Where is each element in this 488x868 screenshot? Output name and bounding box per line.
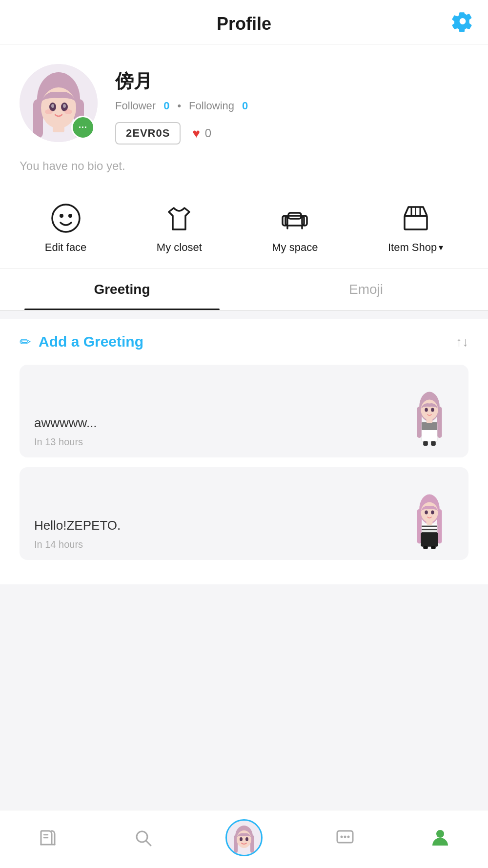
svg-rect-41 [422, 526, 437, 527]
greeting-message-1: awwwww... [34, 415, 405, 431]
svg-point-47 [425, 510, 427, 514]
svg-point-33 [425, 408, 427, 412]
follower-label: Follower [115, 100, 156, 112]
svg-point-62 [245, 837, 248, 841]
greeting-time-1: In 13 hours [34, 436, 405, 448]
greeting-card[interactable]: Hello!ZEPETO. In 14 hours [20, 467, 468, 560]
header: Profile [0, 0, 488, 44]
tab-emoji[interactable]: Emoji [244, 269, 488, 310]
greeting-content-1: awwwww... In 13 hours [34, 415, 405, 448]
tabs-section: Greeting Emoji [0, 269, 488, 311]
svg-point-60 [237, 830, 251, 848]
page-title: Profile [217, 14, 271, 34]
edit-face-action[interactable]: Edit face [45, 202, 87, 254]
svg-point-61 [240, 837, 243, 841]
search-icon [130, 825, 156, 850]
nav-chat[interactable] [332, 825, 358, 850]
badge-row: 2EVR0S ♥ 0 [115, 122, 468, 145]
svg-rect-21 [405, 216, 427, 229]
bio-section: You have no bio yet. [0, 159, 488, 187]
svg-point-8 [51, 104, 54, 108]
svg-rect-44 [421, 533, 438, 547]
add-greeting-label: Add a Greeting [39, 333, 143, 350]
sort-icon[interactable]: ↑↓ [456, 334, 468, 350]
greeting-section: ✏ Add a Greeting ↑↓ awwwww... In 13 hour… [0, 319, 488, 584]
settings-button[interactable] [452, 11, 473, 34]
follower-count[interactable]: 0 [163, 100, 169, 112]
person-icon [427, 825, 453, 850]
pencil-icon: ✏ [20, 334, 31, 350]
svg-point-67 [436, 830, 444, 838]
svg-point-34 [431, 408, 434, 412]
like-row: ♥ 0 [192, 126, 211, 141]
greeting-avatar-2 [405, 482, 454, 550]
gear-icon [452, 11, 473, 32]
svg-point-48 [431, 510, 434, 514]
add-greeting-row: ✏ Add a Greeting ↑↓ [20, 333, 468, 350]
online-dots: ··· [79, 123, 87, 133]
following-label: Following [189, 100, 234, 112]
follow-separator: • [177, 100, 181, 112]
nav-profile-center[interactable] [225, 819, 263, 856]
my-space-label: My space [272, 241, 318, 254]
svg-point-46 [421, 502, 438, 523]
book-icon [35, 825, 61, 850]
edit-face-label: Edit face [45, 241, 87, 254]
svg-point-9 [63, 104, 66, 108]
heart-icon: ♥ [192, 126, 200, 141]
svg-point-64 [341, 836, 343, 838]
svg-rect-42 [422, 529, 437, 530]
svg-point-14 [68, 214, 72, 218]
chat-icon [332, 825, 358, 850]
svg-point-66 [347, 836, 350, 838]
svg-point-13 [60, 214, 63, 218]
following-count[interactable]: 0 [242, 100, 248, 112]
svg-rect-28 [437, 407, 442, 438]
profile-info: 傍月 Follower 0 • Following 0 2EVR0S ♥ 0 [115, 64, 468, 145]
like-count: 0 [205, 126, 211, 140]
svg-rect-36 [431, 441, 436, 446]
svg-rect-49 [423, 546, 428, 549]
svg-rect-30 [422, 422, 437, 430]
svg-point-12 [52, 205, 80, 232]
greeting-card[interactable]: awwwww... In 13 hours [20, 365, 468, 457]
user-code-badge: 2EVR0S [115, 122, 181, 145]
online-status-badge[interactable]: ··· [71, 116, 95, 139]
greeting-time-2: In 14 hours [34, 539, 405, 550]
bio-text: You have no bio yet. [20, 159, 125, 172]
my-closet-label: My closet [157, 241, 202, 254]
svg-rect-27 [417, 407, 422, 438]
bottom-nav [0, 810, 488, 868]
item-shop-label: Item Shop [388, 241, 437, 254]
nav-friends[interactable] [427, 825, 453, 850]
face-icon [50, 202, 82, 234]
username: 傍月 [115, 69, 468, 94]
svg-rect-50 [431, 546, 436, 549]
profile-section: ··· 傍月 Follower 0 • Following 0 2EVR0S ♥… [0, 44, 488, 159]
nav-search[interactable] [130, 825, 156, 850]
my-space-action[interactable]: My space [272, 202, 318, 254]
tab-greeting[interactable]: Greeting [0, 269, 244, 310]
greeting-avatar-1 [405, 379, 454, 448]
svg-line-55 [146, 841, 151, 846]
svg-point-32 [421, 400, 438, 420]
greeting-message-2: Hello!ZEPETO. [34, 518, 405, 533]
svg-rect-35 [423, 441, 428, 446]
greeting-content-2: Hello!ZEPETO. In 14 hours [34, 518, 405, 550]
add-greeting-button[interactable]: ✏ Add a Greeting [20, 333, 143, 350]
nav-avatar-ring [225, 819, 263, 856]
nav-feed[interactable] [35, 825, 61, 850]
item-shop-dropdown-icon: ▾ [439, 242, 443, 253]
avatar-wrapper: ··· [20, 64, 98, 142]
shirt-icon [163, 202, 195, 234]
follow-row: Follower 0 • Following 0 [115, 100, 468, 112]
shop-icon [400, 202, 432, 234]
sofa-icon [279, 202, 311, 234]
actions-section: Edit face My closet My space I [0, 187, 488, 269]
svg-point-65 [344, 836, 346, 838]
svg-point-11 [64, 109, 72, 114]
my-closet-action[interactable]: My closet [157, 202, 202, 254]
item-shop-action[interactable]: Item Shop ▾ [388, 202, 443, 254]
svg-point-10 [45, 109, 53, 114]
